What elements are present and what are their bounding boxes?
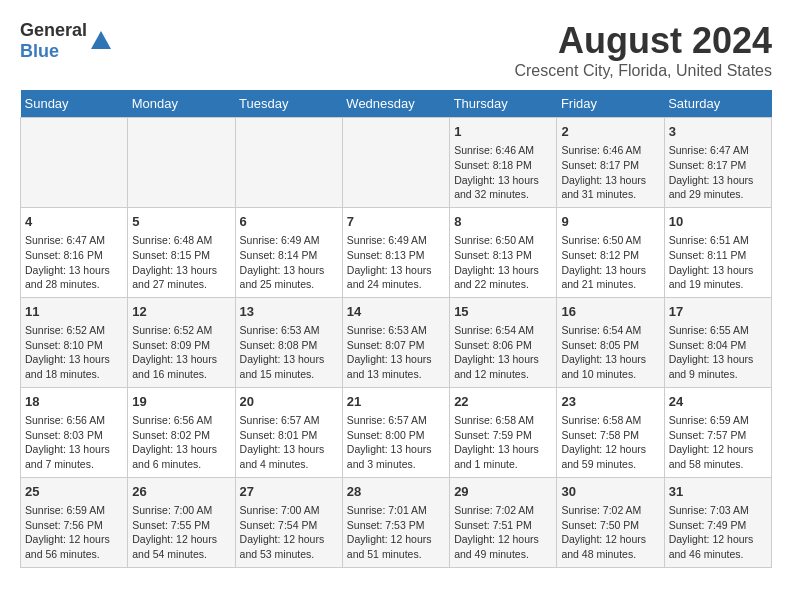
main-title: August 2024 xyxy=(514,20,772,62)
calendar-cell: 11Sunrise: 6:52 AM Sunset: 8:10 PM Dayli… xyxy=(21,297,128,387)
calendar-cell xyxy=(128,118,235,208)
day-info: Sunrise: 6:54 AM Sunset: 8:06 PM Dayligh… xyxy=(454,323,552,382)
header: General Blue August 2024 Crescent City, … xyxy=(20,20,772,80)
calendar-cell: 7Sunrise: 6:49 AM Sunset: 8:13 PM Daylig… xyxy=(342,207,449,297)
calendar-week-3: 11Sunrise: 6:52 AM Sunset: 8:10 PM Dayli… xyxy=(21,297,772,387)
day-number: 29 xyxy=(454,483,552,501)
day-info: Sunrise: 7:01 AM Sunset: 7:53 PM Dayligh… xyxy=(347,503,445,562)
calendar-body: 1Sunrise: 6:46 AM Sunset: 8:18 PM Daylig… xyxy=(21,118,772,568)
day-number: 23 xyxy=(561,393,659,411)
title-area: August 2024 Crescent City, Florida, Unit… xyxy=(514,20,772,80)
day-number: 9 xyxy=(561,213,659,231)
day-info: Sunrise: 6:56 AM Sunset: 8:03 PM Dayligh… xyxy=(25,413,123,472)
day-info: Sunrise: 6:56 AM Sunset: 8:02 PM Dayligh… xyxy=(132,413,230,472)
day-number: 6 xyxy=(240,213,338,231)
day-info: Sunrise: 6:53 AM Sunset: 8:07 PM Dayligh… xyxy=(347,323,445,382)
calendar-cell xyxy=(235,118,342,208)
logo-blue: Blue xyxy=(20,41,59,61)
calendar-cell: 10Sunrise: 6:51 AM Sunset: 8:11 PM Dayli… xyxy=(664,207,771,297)
weekday-header-sunday: Sunday xyxy=(21,90,128,118)
day-number: 27 xyxy=(240,483,338,501)
day-info: Sunrise: 6:54 AM Sunset: 8:05 PM Dayligh… xyxy=(561,323,659,382)
day-number: 4 xyxy=(25,213,123,231)
day-info: Sunrise: 7:00 AM Sunset: 7:55 PM Dayligh… xyxy=(132,503,230,562)
calendar-week-2: 4Sunrise: 6:47 AM Sunset: 8:16 PM Daylig… xyxy=(21,207,772,297)
day-number: 13 xyxy=(240,303,338,321)
calendar-cell: 30Sunrise: 7:02 AM Sunset: 7:50 PM Dayli… xyxy=(557,477,664,567)
weekday-header-thursday: Thursday xyxy=(450,90,557,118)
weekday-header-wednesday: Wednesday xyxy=(342,90,449,118)
weekday-header-monday: Monday xyxy=(128,90,235,118)
day-number: 5 xyxy=(132,213,230,231)
calendar-cell: 28Sunrise: 7:01 AM Sunset: 7:53 PM Dayli… xyxy=(342,477,449,567)
day-info: Sunrise: 7:02 AM Sunset: 7:50 PM Dayligh… xyxy=(561,503,659,562)
logo: General Blue xyxy=(20,20,113,62)
calendar-cell: 27Sunrise: 7:00 AM Sunset: 7:54 PM Dayli… xyxy=(235,477,342,567)
day-number: 28 xyxy=(347,483,445,501)
calendar-cell: 24Sunrise: 6:59 AM Sunset: 7:57 PM Dayli… xyxy=(664,387,771,477)
day-number: 19 xyxy=(132,393,230,411)
day-info: Sunrise: 6:50 AM Sunset: 8:12 PM Dayligh… xyxy=(561,233,659,292)
calendar-cell: 16Sunrise: 6:54 AM Sunset: 8:05 PM Dayli… xyxy=(557,297,664,387)
calendar-cell: 13Sunrise: 6:53 AM Sunset: 8:08 PM Dayli… xyxy=(235,297,342,387)
day-info: Sunrise: 7:02 AM Sunset: 7:51 PM Dayligh… xyxy=(454,503,552,562)
day-number: 7 xyxy=(347,213,445,231)
day-number: 1 xyxy=(454,123,552,141)
day-info: Sunrise: 6:58 AM Sunset: 7:58 PM Dayligh… xyxy=(561,413,659,472)
day-number: 12 xyxy=(132,303,230,321)
day-number: 14 xyxy=(347,303,445,321)
calendar-cell: 3Sunrise: 6:47 AM Sunset: 8:17 PM Daylig… xyxy=(664,118,771,208)
day-info: Sunrise: 6:57 AM Sunset: 8:01 PM Dayligh… xyxy=(240,413,338,472)
calendar-cell: 18Sunrise: 6:56 AM Sunset: 8:03 PM Dayli… xyxy=(21,387,128,477)
calendar-cell: 5Sunrise: 6:48 AM Sunset: 8:15 PM Daylig… xyxy=(128,207,235,297)
calendar-cell: 31Sunrise: 7:03 AM Sunset: 7:49 PM Dayli… xyxy=(664,477,771,567)
day-info: Sunrise: 6:49 AM Sunset: 8:13 PM Dayligh… xyxy=(347,233,445,292)
day-number: 18 xyxy=(25,393,123,411)
calendar-cell: 19Sunrise: 6:56 AM Sunset: 8:02 PM Dayli… xyxy=(128,387,235,477)
day-number: 11 xyxy=(25,303,123,321)
calendar-cell: 20Sunrise: 6:57 AM Sunset: 8:01 PM Dayli… xyxy=(235,387,342,477)
day-info: Sunrise: 6:50 AM Sunset: 8:13 PM Dayligh… xyxy=(454,233,552,292)
day-number: 15 xyxy=(454,303,552,321)
calendar-cell: 17Sunrise: 6:55 AM Sunset: 8:04 PM Dayli… xyxy=(664,297,771,387)
day-number: 10 xyxy=(669,213,767,231)
weekday-header-tuesday: Tuesday xyxy=(235,90,342,118)
calendar-cell: 21Sunrise: 6:57 AM Sunset: 8:00 PM Dayli… xyxy=(342,387,449,477)
calendar-cell: 25Sunrise: 6:59 AM Sunset: 7:56 PM Dayli… xyxy=(21,477,128,567)
calendar-cell: 14Sunrise: 6:53 AM Sunset: 8:07 PM Dayli… xyxy=(342,297,449,387)
calendar-cell: 6Sunrise: 6:49 AM Sunset: 8:14 PM Daylig… xyxy=(235,207,342,297)
day-number: 17 xyxy=(669,303,767,321)
day-number: 22 xyxy=(454,393,552,411)
calendar-cell: 15Sunrise: 6:54 AM Sunset: 8:06 PM Dayli… xyxy=(450,297,557,387)
calendar-week-1: 1Sunrise: 6:46 AM Sunset: 8:18 PM Daylig… xyxy=(21,118,772,208)
day-number: 30 xyxy=(561,483,659,501)
calendar-cell xyxy=(342,118,449,208)
day-number: 24 xyxy=(669,393,767,411)
day-info: Sunrise: 6:51 AM Sunset: 8:11 PM Dayligh… xyxy=(669,233,767,292)
day-number: 3 xyxy=(669,123,767,141)
calendar-table: SundayMondayTuesdayWednesdayThursdayFrid… xyxy=(20,90,772,568)
day-info: Sunrise: 6:59 AM Sunset: 7:56 PM Dayligh… xyxy=(25,503,123,562)
day-number: 25 xyxy=(25,483,123,501)
day-number: 2 xyxy=(561,123,659,141)
calendar-cell: 9Sunrise: 6:50 AM Sunset: 8:12 PM Daylig… xyxy=(557,207,664,297)
calendar-header: SundayMondayTuesdayWednesdayThursdayFrid… xyxy=(21,90,772,118)
day-number: 21 xyxy=(347,393,445,411)
day-info: Sunrise: 6:47 AM Sunset: 8:17 PM Dayligh… xyxy=(669,143,767,202)
calendar-cell: 2Sunrise: 6:46 AM Sunset: 8:17 PM Daylig… xyxy=(557,118,664,208)
weekday-header-friday: Friday xyxy=(557,90,664,118)
day-info: Sunrise: 6:46 AM Sunset: 8:17 PM Dayligh… xyxy=(561,143,659,202)
day-number: 8 xyxy=(454,213,552,231)
day-info: Sunrise: 7:03 AM Sunset: 7:49 PM Dayligh… xyxy=(669,503,767,562)
calendar-cell: 1Sunrise: 6:46 AM Sunset: 8:18 PM Daylig… xyxy=(450,118,557,208)
day-number: 26 xyxy=(132,483,230,501)
day-info: Sunrise: 6:52 AM Sunset: 8:09 PM Dayligh… xyxy=(132,323,230,382)
calendar-cell xyxy=(21,118,128,208)
day-info: Sunrise: 6:57 AM Sunset: 8:00 PM Dayligh… xyxy=(347,413,445,472)
day-info: Sunrise: 6:58 AM Sunset: 7:59 PM Dayligh… xyxy=(454,413,552,472)
calendar-week-5: 25Sunrise: 6:59 AM Sunset: 7:56 PM Dayli… xyxy=(21,477,772,567)
day-info: Sunrise: 6:47 AM Sunset: 8:16 PM Dayligh… xyxy=(25,233,123,292)
calendar-cell: 23Sunrise: 6:58 AM Sunset: 7:58 PM Dayli… xyxy=(557,387,664,477)
calendar-cell: 22Sunrise: 6:58 AM Sunset: 7:59 PM Dayli… xyxy=(450,387,557,477)
day-info: Sunrise: 6:48 AM Sunset: 8:15 PM Dayligh… xyxy=(132,233,230,292)
